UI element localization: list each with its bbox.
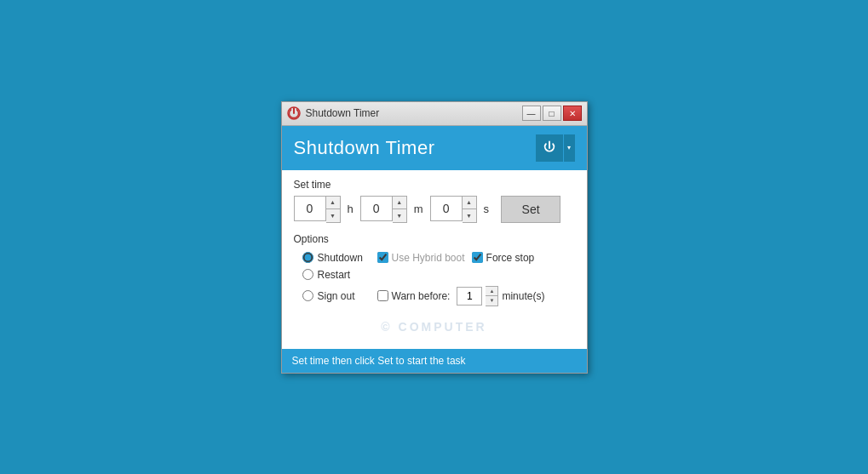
maximize-button[interactable]: □: [543, 106, 561, 121]
restart-option[interactable]: Restart: [302, 269, 371, 281]
status-bar: Set time then click Set to start the tas…: [282, 349, 587, 373]
warn-input-group: ▲ ▼ minute(s): [457, 286, 544, 306]
seconds-unit: s: [480, 203, 493, 215]
minutes-unit: m: [411, 203, 427, 215]
shutdown-option[interactable]: Shutdown: [302, 252, 371, 264]
status-text: Set time then click Set to start the tas…: [292, 355, 466, 367]
option-row-2: Restart: [302, 269, 575, 281]
warn-up-button[interactable]: ▲: [486, 287, 497, 296]
seconds-down-button[interactable]: ▼: [463, 209, 476, 222]
hours-spinner: ▲ ▼: [326, 196, 341, 223]
options-content: Shutdown Use Hybrid boot Force stop Rest…: [294, 252, 575, 306]
power-button[interactable]: [536, 134, 563, 162]
signout-option[interactable]: Sign out: [302, 290, 371, 302]
hours-up-button[interactable]: ▲: [326, 197, 340, 209]
window-controls: — □ ✕: [522, 106, 582, 121]
hours-input[interactable]: [294, 196, 326, 221]
power-dropdown-button[interactable]: ▾: [563, 134, 575, 162]
seconds-input[interactable]: [430, 196, 463, 221]
close-button[interactable]: ✕: [563, 106, 582, 121]
watermark-text: © COMPUTER: [381, 320, 486, 334]
shutdown-label: Shutdown: [318, 252, 363, 264]
warn-before-label: Warn before:: [392, 290, 451, 302]
window-title: Shutdown Timer: [306, 107, 522, 119]
main-content: Set time ▲ ▼ h ▲ ▼ m: [282, 170, 587, 349]
warn-down-button[interactable]: ▼: [486, 296, 497, 306]
warn-before-option[interactable]: Warn before:: [377, 290, 451, 302]
restart-radio[interactable]: [302, 269, 313, 280]
restart-label: Restart: [318, 269, 351, 281]
header-bar: Shutdown Timer ▾: [282, 126, 587, 170]
hours-unit: h: [344, 203, 357, 215]
power-button-container: ▾: [536, 134, 575, 162]
header-title: Shutdown Timer: [294, 137, 435, 159]
shutdown-radio[interactable]: [302, 252, 313, 263]
minutes-up-button[interactable]: ▲: [393, 197, 406, 209]
warn-spinner: ▲ ▼: [486, 286, 498, 306]
hybrid-boot-checkbox[interactable]: [377, 252, 388, 263]
option-row-3: Sign out Warn before: ▲ ▼ minute(s): [302, 286, 575, 306]
hybrid-boot-label: Use Hybrid boot: [392, 252, 465, 264]
set-time-label: Set time: [294, 179, 575, 191]
app-icon: [287, 106, 301, 120]
warn-before-checkbox[interactable]: [377, 290, 388, 301]
minutes-label: minute(s): [502, 290, 544, 302]
hours-down-button[interactable]: ▼: [326, 209, 340, 222]
option-row-1: Shutdown Use Hybrid boot Force stop: [302, 252, 575, 264]
hours-input-group: ▲ ▼: [294, 196, 341, 223]
hybrid-boot-option[interactable]: Use Hybrid boot: [377, 252, 465, 264]
minutes-input[interactable]: [360, 196, 393, 221]
minutes-spinner: ▲ ▼: [393, 196, 407, 223]
force-stop-checkbox[interactable]: [472, 252, 483, 263]
app-window: Shutdown Timer — □ ✕ Shutdown Timer ▾ Se…: [281, 101, 588, 374]
watermark: © COMPUTER: [294, 311, 575, 337]
warn-number-input[interactable]: [457, 287, 482, 306]
time-row: ▲ ▼ h ▲ ▼ m ▲ ▼ s: [294, 196, 575, 223]
seconds-spinner: ▲ ▼: [463, 196, 477, 223]
force-stop-option[interactable]: Force stop: [472, 252, 535, 264]
seconds-up-button[interactable]: ▲: [463, 197, 476, 209]
options-label: Options: [294, 233, 575, 245]
force-stop-label: Force stop: [486, 252, 535, 264]
set-button[interactable]: Set: [501, 196, 560, 223]
seconds-input-group: ▲ ▼: [430, 196, 477, 223]
minimize-button[interactable]: —: [522, 106, 541, 121]
minutes-input-group: ▲ ▼: [360, 196, 407, 223]
titlebar: Shutdown Timer — □ ✕: [282, 102, 587, 126]
signout-label: Sign out: [318, 290, 355, 302]
minutes-down-button[interactable]: ▼: [393, 209, 406, 222]
signout-radio[interactable]: [302, 290, 313, 301]
